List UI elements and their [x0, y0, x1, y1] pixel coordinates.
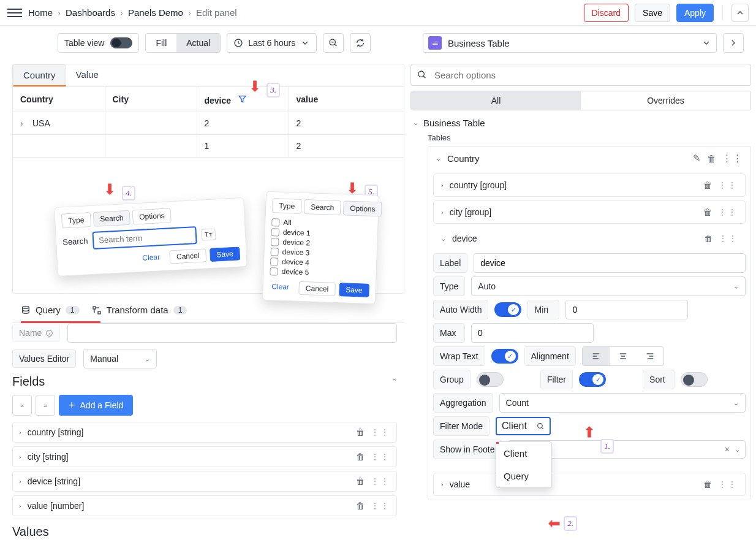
filtermode-select[interactable]: Client Client Query	[496, 417, 551, 435]
popup-clear[interactable]: Clear	[136, 251, 167, 266]
breadcrumb-dashboards[interactable]: Dashboards	[66, 7, 115, 18]
discard-button[interactable]: Discard	[584, 4, 629, 22]
trash-icon[interactable]: 🗑	[356, 427, 365, 437]
trash-icon[interactable]: 🗑	[707, 153, 716, 164]
options-search[interactable]	[410, 64, 751, 86]
time-range-picker[interactable]: Last 6 hours	[227, 33, 317, 53]
sort-toggle[interactable]	[681, 372, 708, 387]
drag-icon[interactable]: ⋮⋮	[718, 180, 738, 190]
edit-icon[interactable]: ✎	[693, 153, 701, 164]
collapse-header-button[interactable]	[731, 4, 749, 22]
save-button[interactable]: Save	[635, 4, 670, 22]
tab-transform[interactable]: Transform data 1	[92, 305, 187, 319]
field-row[interactable]: ›value [number] 🗑 ⋮⋮	[12, 495, 397, 516]
popup2-clear[interactable]: Clear	[265, 280, 295, 295]
popup-tab-options[interactable]: Options	[132, 208, 172, 224]
max-input[interactable]	[471, 323, 594, 343]
trash-icon[interactable]: 🗑	[356, 452, 365, 462]
case-sensitive-icon[interactable]: Tᴛ	[202, 228, 216, 240]
seg-all[interactable]: All	[411, 91, 581, 110]
table-view-toggle[interactable]: Table view	[58, 33, 139, 53]
popup2-cancel[interactable]: Cancel	[299, 281, 336, 296]
aggregation-select[interactable]: Count⌄	[499, 393, 746, 413]
group-city[interactable]: ›city [group] 🗑 ⋮⋮	[433, 200, 746, 224]
add-field-button[interactable]: + Add a Field	[59, 395, 133, 416]
type-select[interactable]: Auto⌄	[471, 276, 746, 296]
breadcrumb-panelsdemo[interactable]: Panels Demo	[128, 7, 183, 18]
trash-icon[interactable]: 🗑	[704, 234, 713, 243]
autowidth-toggle[interactable]: ✓	[494, 302, 521, 317]
col-country[interactable]: Country	[13, 87, 105, 112]
field-row[interactable]: ›city [string] 🗑 ⋮⋮	[12, 446, 397, 467]
min-input[interactable]	[565, 300, 688, 319]
seg-overrides[interactable]: Overrides	[581, 91, 750, 110]
drag-icon[interactable]: ⋮⋮	[718, 207, 738, 217]
popup-cancel[interactable]: Cancel	[169, 248, 206, 264]
values-editor-select[interactable]: Manual ⌄	[83, 349, 157, 368]
filtermode-opt-client[interactable]: Client	[496, 442, 551, 465]
section-business-table[interactable]: ⌄ Business Table	[413, 118, 751, 128]
drag-icon[interactable]: ⋮⋮	[371, 427, 390, 437]
breadcrumb-home[interactable]: Home	[28, 7, 53, 18]
table-view-switch[interactable]	[110, 37, 132, 48]
group-toggle[interactable]	[477, 372, 504, 387]
drag-icon[interactable]: ⋮⋮	[371, 501, 390, 511]
name-input[interactable]	[67, 323, 397, 343]
align-right[interactable]	[637, 347, 663, 365]
popup2-tab-options[interactable]: Options	[343, 200, 382, 216]
checkbox[interactable]	[271, 228, 279, 236]
trash-icon[interactable]: 🗑	[703, 207, 712, 217]
tab-query[interactable]: Query 1	[21, 305, 80, 319]
apply-button[interactable]: Apply	[676, 4, 714, 22]
col-city[interactable]: City	[105, 87, 197, 112]
tab-country[interactable]: Country	[13, 64, 66, 86]
expand-all-button[interactable]: »	[36, 395, 55, 416]
group-country[interactable]: ›country [group] 🗑 ⋮⋮	[433, 174, 746, 197]
col-value[interactable]: value	[289, 87, 404, 112]
table-country-header[interactable]: ⌄ Country ✎ 🗑 ⋮⋮	[428, 147, 750, 170]
drag-icon[interactable]: ⋮⋮	[719, 234, 738, 243]
group-value[interactable]: ›value 🗑 ⋮⋮	[433, 473, 746, 496]
checkbox[interactable]	[271, 218, 279, 226]
group-device-header[interactable]: ⌄device 🗑 ⋮⋮	[433, 227, 746, 243]
collapse-fields-icon[interactable]: ⌃	[391, 378, 397, 386]
align-center[interactable]	[610, 347, 637, 365]
trash-icon[interactable]: 🗑	[356, 476, 365, 486]
checkbox[interactable]	[271, 238, 279, 246]
popup-save[interactable]: Save	[210, 246, 240, 262]
checkbox[interactable]	[271, 248, 279, 256]
panel-options-expand[interactable]	[723, 33, 744, 53]
field-row[interactable]: ›device [string] 🗑 ⋮⋮	[12, 471, 397, 492]
tab-value[interactable]: Value	[66, 64, 108, 86]
options-search-input[interactable]	[433, 69, 744, 81]
collapse-all-button[interactable]: «	[12, 395, 32, 416]
trash-icon[interactable]: 🗑	[703, 180, 712, 190]
menu-toggle[interactable]	[7, 6, 22, 20]
drag-icon[interactable]: ⋮⋮	[718, 479, 738, 489]
popup2-save[interactable]: Save	[339, 283, 369, 297]
refresh-button[interactable]	[350, 33, 371, 53]
filter-icon[interactable]	[237, 93, 248, 104]
popup-search-input[interactable]	[93, 226, 197, 250]
popup2-tab-type[interactable]: Type	[272, 198, 302, 214]
drag-icon[interactable]: ⋮⋮	[722, 153, 743, 164]
clear-footer-icon[interactable]: ×	[725, 444, 730, 454]
visualization-picker[interactable]: ≡ Business Table	[423, 33, 717, 53]
wrap-toggle[interactable]: ✓	[491, 349, 518, 364]
field-row[interactable]: ›country [string] 🗑 ⋮⋮	[12, 422, 397, 443]
trash-icon[interactable]: 🗑	[356, 501, 365, 511]
expand-row-icon[interactable]: ›	[20, 118, 28, 128]
zoom-out-button[interactable]	[323, 33, 344, 53]
trash-icon[interactable]: 🗑	[703, 479, 712, 489]
fill-button[interactable]: Fill	[146, 34, 176, 52]
popup-tab-search[interactable]: Search	[93, 210, 130, 227]
checkbox[interactable]	[270, 257, 278, 265]
drag-icon[interactable]: ⋮⋮	[371, 452, 390, 462]
popup2-tab-search[interactable]: Search	[304, 199, 341, 215]
label-input[interactable]	[474, 253, 746, 273]
align-left[interactable]	[583, 347, 610, 365]
checkbox[interactable]	[270, 267, 278, 275]
popup-tab-type[interactable]: Type	[61, 212, 91, 228]
filter-toggle[interactable]: ✓	[579, 372, 606, 387]
actual-button[interactable]: Actual	[176, 34, 220, 52]
